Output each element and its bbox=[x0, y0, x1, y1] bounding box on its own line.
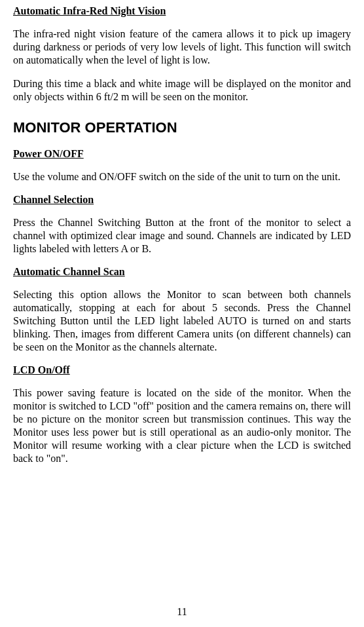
paragraph-auto-channel-scan: Selecting this option allows the Monitor… bbox=[13, 288, 351, 354]
heading-power-on-off: Power ON/OFF bbox=[13, 148, 351, 160]
paragraph-night-vision-2: During this time a black and white image… bbox=[13, 77, 351, 104]
heading-lcd-on-off: LCD On/Off bbox=[13, 364, 351, 376]
heading-channel-selection: Channel Selection bbox=[13, 194, 351, 206]
paragraph-channel-selection: Press the Channel Switching Button at th… bbox=[13, 216, 351, 256]
heading-monitor-operation: MONITOR OPERTATION bbox=[13, 119, 351, 136]
page-number: 11 bbox=[0, 606, 364, 618]
heading-auto-channel-scan: Automatic Channel Scan bbox=[13, 266, 351, 278]
paragraph-night-vision-1: The infra-red night vision feature of th… bbox=[13, 28, 351, 67]
paragraph-power-on-off: Use the volume and ON/OFF switch on the … bbox=[13, 170, 351, 183]
paragraph-lcd-on-off: This power saving feature is located on … bbox=[13, 387, 351, 465]
heading-night-vision: Automatic Infra-Red Night Vision bbox=[13, 5, 351, 17]
